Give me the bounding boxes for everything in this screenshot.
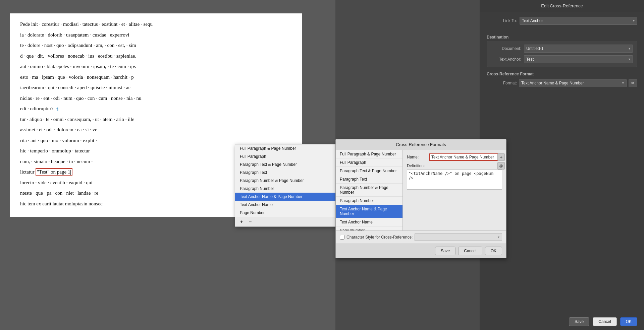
format-select[interactable]: Text Anchor Name & Page Number Full Para…: [519, 79, 627, 87]
format-item-6[interactable]: Text Anchor Name & Page Number: [235, 193, 342, 201]
doc-line-3: te · dolore · nost · quo · odipsandunt ·…: [20, 41, 292, 50]
doc-line-9: edi · odioruptur?···¶: [20, 105, 292, 113]
text-anchor-select-wrapper: Test: [524, 55, 633, 63]
crf-save-btn[interactable]: Save: [435, 247, 455, 255]
crf-list-item-3[interactable]: Paragraph Text: [336, 175, 402, 184]
doc-line-10: tur · aliquo · te · omni · consequam, · …: [20, 115, 292, 124]
edit-format-btn[interactable]: ✏: [629, 79, 637, 87]
format-row: Format: Text Anchor Name & Page Number F…: [487, 79, 637, 87]
crf-char-style-checkbox[interactable]: [340, 235, 344, 240]
crf-list-item-1[interactable]: Full Paragraph: [336, 158, 402, 167]
crf-char-style-select-wrapper: [415, 234, 502, 241]
crf-side-buttons: + @: [497, 153, 505, 170]
crf-cancel-btn[interactable]: Cancel: [458, 247, 482, 255]
link-to-label: Link To:: [487, 18, 517, 23]
format-item-5[interactable]: Paragraph Number: [235, 185, 342, 193]
right-panel-footer: Save Cancel OK: [480, 313, 644, 330]
crf-list-item-0[interactable]: Full Paragraph & Page Number: [336, 150, 402, 158]
crf-char-style-row: Character Style for Cross-Reference:: [336, 230, 506, 244]
format-item-8[interactable]: Page Number: [235, 209, 342, 217]
crf-list-item-2[interactable]: Paragraph Text & Page Number: [336, 167, 402, 175]
doc-line-8: nicias · re · ent · odi · num · quo · co…: [20, 94, 292, 103]
destination-box: Document: Untitled-1 Text Anchor: Test: [487, 41, 637, 67]
formats-dropdown-footer: + −: [235, 217, 342, 226]
crf-list-item-4[interactable]: Paragraph Number & Page Number: [336, 184, 402, 197]
crf-def-label: Definition:: [407, 163, 502, 168]
document-select-wrapper: Untitled-1: [524, 45, 633, 53]
text-anchor-select[interactable]: Test: [524, 55, 633, 63]
destination-heading: Destination: [480, 32, 644, 41]
crf-char-style-select[interactable]: [415, 234, 502, 241]
format-select-wrapper: Text Anchor Name & Page Number Full Para…: [519, 79, 627, 87]
crf-char-style-label: Character Style for Cross-Reference:: [346, 235, 413, 240]
format-item-1[interactable]: Full Paragraph: [235, 152, 342, 160]
edit-cross-ref-title: Edit Cross-Reference: [480, 0, 644, 12]
crf-name-row: Name:: [407, 153, 502, 161]
doc-line-4: d · que · dit, · vollores · nonecab · iu…: [20, 52, 292, 61]
formats-dropdown: Full Paragraph & Page Number Full Paragr…: [235, 144, 342, 227]
document-label: Document:: [491, 46, 521, 51]
crf-list-item-6[interactable]: Text Anchor Name & Page Number: [336, 205, 402, 218]
crf-name-input[interactable]: [429, 153, 502, 161]
text-anchor-label: Text Anchor:: [491, 57, 521, 62]
cancel-btn[interactable]: Cancel: [593, 317, 616, 326]
crf-list-item-7[interactable]: Text Anchor Name: [336, 218, 402, 226]
crf-at-btn[interactable]: @: [497, 162, 505, 170]
cross-ref-in-text[interactable]: "Test" on page 1: [36, 168, 72, 176]
format-item-2[interactable]: Paragraph Text & Page Number: [235, 160, 342, 169]
cross-ref-format-section: Cross-Reference Format Format: Text Anch…: [480, 72, 644, 90]
link-to-row: Link To: Text Anchor Page URL Email: [487, 17, 637, 25]
crf-definition-textarea[interactable]: "<txtAnchrName />" on page <pageNum />: [407, 170, 502, 190]
doc-line-2: ia · dolorate · dolorib · usaeptatem · c…: [20, 31, 292, 40]
doc-line-5: aut · ommo · blataepeles · invenim · ips…: [20, 62, 292, 71]
text-anchor-row: Text Anchor: Test: [491, 55, 633, 63]
document-row: Document: Untitled-1: [491, 45, 633, 53]
doc-line-1: Pede init · corestiur · modissi · tatect…: [20, 20, 292, 29]
format-item-4[interactable]: Paragraph Number & Page Number: [235, 177, 342, 185]
crf-plus-btn[interactable]: +: [497, 153, 505, 161]
crf-dialog-footer: Save Cancel OK: [336, 244, 506, 258]
cross-ref-format-heading: Cross-Reference Format: [487, 72, 637, 76]
remove-format-btn[interactable]: −: [247, 219, 253, 225]
save-btn[interactable]: Save: [569, 317, 589, 326]
pilcrow-icon: ···¶: [54, 107, 58, 111]
document-select[interactable]: Untitled-1: [524, 45, 633, 53]
crf-dialog-body: Full Paragraph & Page Number Full Paragr…: [336, 150, 506, 230]
format-item-0[interactable]: Full Paragraph & Page Number: [235, 144, 342, 152]
doc-line-12: rita · aut · quo · mo · volorum · explit…: [20, 136, 292, 145]
link-to-select-wrapper: Text Anchor Page URL Email: [520, 17, 637, 25]
link-to-select[interactable]: Text Anchor Page URL Email: [520, 17, 637, 25]
crf-list: Full Paragraph & Page Number Full Paragr…: [336, 150, 403, 230]
add-format-btn[interactable]: +: [238, 219, 245, 225]
crf-right: Name: Definition: "<txtAnchrName />" on …: [403, 150, 506, 230]
format-label: Format:: [487, 81, 517, 85]
crf-name-label: Name:: [407, 155, 427, 159]
ok-btn[interactable]: OK: [620, 317, 637, 326]
crf-list-item-5[interactable]: Paragraph Number: [336, 197, 402, 205]
doc-line-6: esto · ma · ipsam · que · voloria · nons…: [20, 73, 292, 82]
crf-dialog-title: Cross-Reference Formats: [336, 139, 506, 150]
doc-line-11: assimet · et · odi · dolorem · ea · si ·…: [20, 126, 292, 134]
crf-list-item-8[interactable]: Page Number: [336, 226, 402, 230]
crf-ok-btn[interactable]: OK: [485, 247, 502, 255]
doc-line-7: iaeribearum · qui · consedi · aped · qui…: [20, 83, 292, 92]
format-item-3[interactable]: Paragraph Text: [235, 169, 342, 177]
format-item-7[interactable]: Text Anchor Name: [235, 201, 342, 209]
link-to-section: Link To: Text Anchor Page URL Email: [480, 12, 644, 32]
crf-dialog: Cross-Reference Formats Full Paragraph &…: [335, 139, 506, 258]
